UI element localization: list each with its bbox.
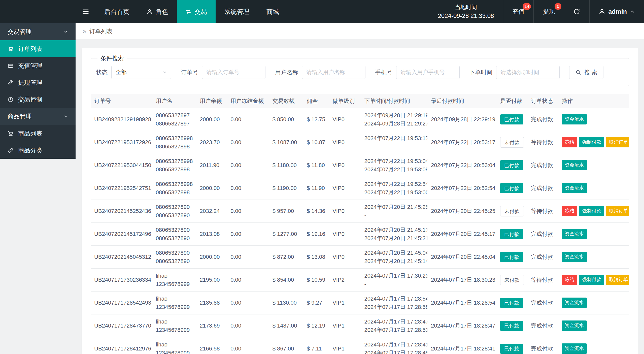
last-pay-time-cell: 2024年07月17日 18:28:47 — [427, 314, 497, 337]
navbar-right: 当地时间 2024-09-28 21:33:08 充值 14 提现 0 admi… — [429, 0, 644, 23]
frozen-cell: 0.00 — [227, 222, 269, 245]
freeze-button[interactable]: 冻结 — [562, 137, 577, 147]
table-header-row: 订单号用户名用户余额用户冻结金额交易数额佣金做单级别下单时间/付款时间最后付款时… — [91, 94, 629, 108]
search-button[interactable]: 搜 索 — [569, 66, 603, 79]
sidebar-toggle-button[interactable] — [76, 0, 96, 23]
sidebar-group-goods[interactable]: 商品管理 — [0, 108, 76, 125]
order-time-label: 下单时间 — [469, 69, 492, 76]
order-time-cell: 2024年07月17日 17:30:23- — [361, 268, 427, 291]
table-row: UB24092821291989280806532789708065327897… — [91, 108, 629, 131]
sidebar-item-label: 充值管理 — [18, 62, 42, 70]
pay-status-cell: 已付款 — [497, 222, 527, 245]
sidebar-item-goods-category[interactable]: 商品分类 — [0, 142, 76, 159]
sidebar-item-recharge[interactable]: 充值管理 — [0, 57, 76, 74]
cancel-order-button[interactable]: 取消订单 — [606, 137, 629, 147]
nav-tab-roles[interactable]: 角色 — [138, 0, 177, 23]
pay-status-cell: 已付款 — [497, 337, 527, 354]
force-pay-button[interactable]: 强制付款 — [579, 137, 604, 147]
order-status-cell: 完成付款 — [527, 291, 558, 314]
search-panel: 条件搜索 状态 全部 订单号 — [91, 54, 629, 86]
column-header: 订单状态 — [527, 94, 558, 108]
fund-flow-button[interactable]: 资金流水 — [562, 252, 587, 262]
cancel-order-button[interactable]: 取消订单 — [606, 275, 629, 285]
user-menu[interactable]: admin — [589, 0, 644, 23]
withdraw-button[interactable]: 提现 0 — [533, 0, 564, 23]
order-status-cell: 等待付款 — [527, 268, 558, 291]
chevron-down-icon — [162, 70, 167, 75]
column-header: 交易数额 — [269, 94, 303, 108]
trade-icon — [185, 9, 191, 15]
frozen-cell: 0.00 — [227, 268, 269, 291]
user-name-field: 用户名称 — [275, 66, 365, 79]
fund-flow-button[interactable]: 资金流水 — [562, 320, 587, 331]
nav-tab-system[interactable]: 系统管理 — [216, 0, 258, 23]
pay-status-cell: 未付款 — [497, 268, 527, 291]
sidebar-group-trade[interactable]: 交易管理 — [0, 23, 76, 40]
table-row: UB24072021450453120806532789008065327890… — [91, 245, 629, 268]
table-row: UB24072219525427510806532789980806532789… — [91, 177, 629, 200]
table-row: UB24072219530441500806532789980806532789… — [91, 154, 629, 177]
order-time-cell: 2024年07月20日 21:45:042024年07月20日 21:45:14 — [361, 245, 427, 268]
order-no-cell: UB2407221953044150 — [91, 154, 152, 177]
nav-tab-trade[interactable]: 交易 — [177, 0, 216, 23]
pay-status-cell: 已付款 — [497, 245, 527, 268]
order-status-cell: 完成付款 — [527, 314, 558, 337]
column-header: 佣金 — [303, 94, 329, 108]
order-time-cell: 2024年07月20日 21:45:25- — [361, 200, 427, 222]
order-no-cell: UB2407171728473770 — [91, 314, 152, 337]
order-status-cell: 完成付款 — [527, 337, 558, 354]
order-time-cell: 2024年07月17日 17:28:472024年07月17日 17:28:51 — [361, 314, 427, 337]
fund-flow-button[interactable]: 资金流水 — [562, 183, 587, 193]
brand-spacer — [0, 0, 76, 23]
table-row: UB2407171728412976lihao123456789992166.5… — [91, 337, 629, 354]
amount-cell: $ 1087.00 — [269, 131, 303, 154]
actions-cell: 冻结强制付款取消订单 — [558, 200, 629, 222]
order-no-input[interactable] — [202, 66, 265, 79]
force-pay-button[interactable]: 强制付款 — [579, 275, 604, 285]
order-no-cell: UB2407202145045312 — [91, 245, 152, 268]
pay-status-badge: 已付款 — [500, 298, 523, 308]
last-pay-time-cell: 2024年07月17日 18:30:23 — [427, 268, 497, 291]
nav-tab-label: 交易 — [194, 8, 207, 16]
phone-label: 手机号 — [375, 69, 392, 76]
user-cell: 0806532789008065327890 — [152, 200, 196, 222]
goods-list-icon — [8, 131, 14, 137]
force-pay-button[interactable]: 强制付款 — [579, 206, 604, 216]
fund-flow-button[interactable]: 资金流水 — [562, 343, 587, 354]
sidebar-item-label: 交易控制 — [18, 95, 42, 104]
commission-cell: $ 9.27 — [303, 291, 329, 314]
recharge-button[interactable]: 充值 14 — [503, 0, 533, 23]
fund-flow-button[interactable]: 资金流水 — [562, 160, 587, 170]
column-header: 用户名 — [152, 94, 196, 108]
status-select[interactable]: 全部 — [111, 66, 171, 79]
sidebar-item-withdraw[interactable]: 提现管理 — [0, 74, 76, 91]
order-time-cell: 2024年07月17日 17:28:542024年07月17日 17:28:58 — [361, 291, 427, 314]
order-no-cell: UB2409282129198928 — [91, 108, 152, 131]
sidebar-item-label: 商品分类 — [18, 146, 42, 154]
nav-tab-dashboard[interactable]: 后台首页 — [96, 0, 138, 23]
freeze-button[interactable]: 冻结 — [562, 206, 577, 216]
user-name-input[interactable] — [302, 66, 365, 79]
sidebar-item-order-list[interactable]: 订单列表 — [0, 40, 76, 57]
refresh-button[interactable] — [564, 0, 589, 23]
sidebar-item-goods-list[interactable]: 商品列表 — [0, 125, 76, 142]
frozen-cell: 0.00 — [227, 177, 269, 200]
pay-status-cell: 已付款 — [497, 291, 527, 314]
fund-flow-button[interactable]: 资金流水 — [562, 114, 587, 124]
order-status-cell: 等待付款 — [527, 200, 558, 222]
fund-flow-button[interactable]: 资金流水 — [562, 298, 587, 308]
search-icon — [575, 70, 581, 75]
chevron-up-icon — [630, 9, 635, 14]
freeze-button[interactable]: 冻结 — [562, 275, 577, 285]
order-time-input[interactable] — [496, 66, 560, 79]
order-time-cell: 2024年07月20日 21:45:172024年07月20日 21:45:21 — [361, 222, 427, 245]
nav-tab-mall[interactable]: 商城 — [258, 0, 288, 23]
last-pay-time-cell: 2024年07月17日 18:28:54 — [427, 291, 497, 314]
column-header: 订单号 — [91, 94, 152, 108]
balance-cell: 2195.00 — [196, 268, 227, 291]
fund-flow-button[interactable]: 资金流水 — [562, 229, 587, 239]
level-cell: VIP0 — [329, 222, 361, 245]
phone-input[interactable] — [396, 66, 460, 79]
sidebar-item-trade-control[interactable]: 交易控制 — [0, 91, 76, 108]
cancel-order-button[interactable]: 取消订单 — [606, 206, 629, 216]
